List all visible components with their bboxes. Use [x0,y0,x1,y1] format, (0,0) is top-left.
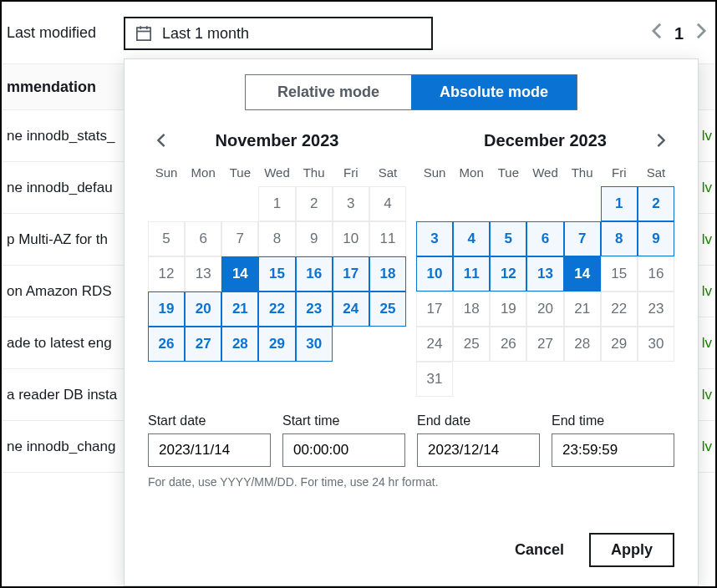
start-date-input[interactable] [148,433,271,467]
calendar-grid: November 2023 SunMonTueWedThuFriSat 1234… [148,125,674,397]
calendar-icon [135,25,152,42]
pagination-page: 1 [674,24,684,43]
calendar-day[interactable]: 25 [369,291,406,327]
row-text: ade to latest eng [7,335,112,352]
weekday-label: Sat [369,162,406,183]
calendar-day[interactable]: 29 [258,327,295,362]
row-text: a reader DB insta [7,387,117,403]
calendar-day[interactable]: 28 [221,327,258,362]
calendar-day[interactable]: 8 [601,221,638,256]
calendar-day[interactable]: 9 [638,221,674,256]
calendar-day[interactable]: 12 [148,256,185,291]
calendar-day[interactable]: 26 [148,327,185,362]
calendar-day[interactable]: 23 [638,291,674,327]
day-empty [490,186,526,221]
pagination: 1 [651,22,707,45]
month-title-left: November 2023 [216,131,339,150]
date-range-popover: Relative mode Absolute mode November 202… [124,58,699,586]
weekday-label: Tue [490,162,526,183]
end-time-input[interactable] [552,433,674,467]
day-empty [453,186,490,221]
calendar-day[interactable]: 20 [185,291,221,327]
status-badge: lv [702,335,715,352]
prev-month-icon[interactable] [151,130,171,150]
calendar-day[interactable]: 26 [490,327,526,362]
calendar-day[interactable]: 2 [638,186,674,221]
calendar-day[interactable]: 27 [526,327,563,362]
mode-toggle: Relative mode Absolute mode [245,74,577,110]
calendar-day[interactable]: 28 [564,327,601,362]
calendar-day[interactable]: 14 [564,256,601,291]
calendar-day[interactable]: 1 [601,186,638,221]
end-time-label: End time [552,413,674,428]
calendar-day[interactable]: 6 [526,221,563,256]
calendar-day[interactable]: 21 [564,291,601,327]
calendar-day[interactable]: 11 [453,256,490,291]
next-month-icon[interactable] [651,130,671,150]
calendar-day[interactable]: 20 [526,291,563,327]
status-badge: lv [702,283,715,300]
calendar-day[interactable]: 17 [416,291,453,327]
calendar-day[interactable]: 5 [148,221,185,256]
calendar-day[interactable]: 3 [416,221,453,256]
apply-button[interactable]: Apply [589,533,674,567]
calendar-day[interactable]: 3 [333,186,369,221]
calendar-day[interactable]: 22 [601,291,638,327]
calendar-day[interactable]: 14 [221,256,258,291]
pagination-prev-icon[interactable] [651,22,663,45]
calendar-day[interactable]: 19 [490,291,526,327]
calendar-day[interactable]: 2 [296,186,333,221]
date-range-trigger[interactable]: Last 1 month [124,17,433,50]
weekday-label: Thu [296,162,333,183]
day-empty [526,186,563,221]
calendar-day[interactable]: 15 [601,256,638,291]
absolute-mode-button[interactable]: Absolute mode [411,75,577,109]
calendar-day[interactable]: 13 [526,256,563,291]
calendar-day[interactable]: 24 [416,327,453,362]
calendar-day[interactable]: 30 [638,327,674,362]
calendar-day[interactable]: 25 [453,327,490,362]
calendar-day[interactable]: 16 [296,256,333,291]
calendar-day[interactable]: 11 [369,221,406,256]
calendar-day[interactable]: 8 [258,221,295,256]
calendar-day[interactable]: 7 [564,221,601,256]
calendar-day[interactable]: 29 [601,327,638,362]
calendar-day[interactable]: 21 [221,291,258,327]
popover-actions: Cancel Apply [148,533,674,567]
calendar-day[interactable]: 18 [453,291,490,327]
weekday-label: Tue [221,162,258,183]
calendar-month-left: November 2023 SunMonTueWedThuFriSat 1234… [148,125,406,397]
status-badge: lv [702,231,715,248]
calendar-day[interactable]: 10 [416,256,453,291]
calendar-day[interactable]: 31 [416,362,453,397]
calendar-day[interactable]: 16 [638,256,674,291]
calendar-day[interactable]: 15 [258,256,295,291]
calendar-day[interactable]: 19 [148,291,185,327]
weekday-label: Sun [416,162,453,183]
calendar-day[interactable]: 27 [185,327,221,362]
relative-mode-button[interactable]: Relative mode [246,75,411,109]
calendar-day[interactable]: 6 [185,221,221,256]
start-date-label: Start date [148,413,271,428]
calendar-day[interactable]: 10 [333,221,369,256]
date-range-value: Last 1 month [162,25,249,43]
calendar-day[interactable]: 4 [453,221,490,256]
calendar-day[interactable]: 4 [369,186,406,221]
calendar-day[interactable]: 12 [490,256,526,291]
start-time-input[interactable] [282,433,405,467]
calendar-day[interactable]: 13 [185,256,221,291]
calendar-day[interactable]: 9 [296,221,333,256]
calendar-day[interactable]: 17 [333,256,369,291]
calendar-day[interactable]: 7 [221,221,258,256]
calendar-day[interactable]: 24 [333,291,369,327]
calendar-day[interactable]: 1 [258,186,295,221]
pagination-next-icon[interactable] [695,22,707,45]
calendar-day[interactable]: 23 [296,291,333,327]
weekday-label: Mon [453,162,490,183]
calendar-day[interactable]: 18 [369,256,406,291]
end-date-input[interactable] [417,433,540,467]
calendar-day[interactable]: 5 [490,221,526,256]
calendar-day[interactable]: 30 [296,327,333,362]
calendar-day[interactable]: 22 [258,291,295,327]
cancel-button[interactable]: Cancel [501,533,577,567]
